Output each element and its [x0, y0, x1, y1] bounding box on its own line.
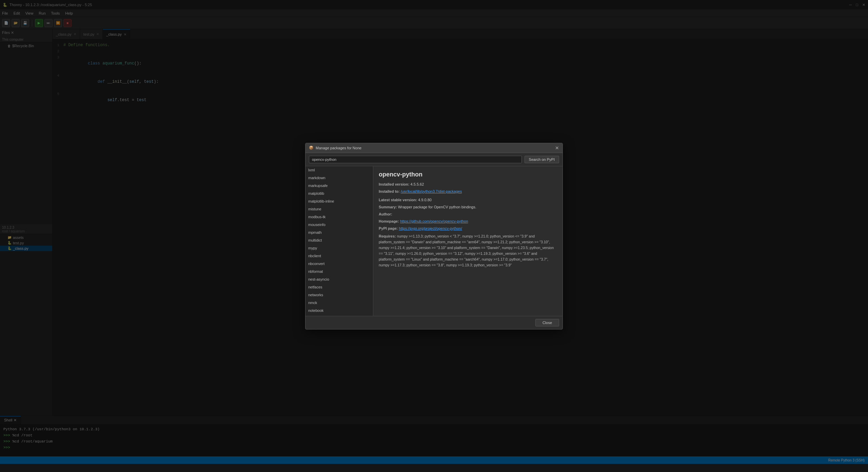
dialog-title-bar: 📦 Manage packages for None ✕	[305, 143, 563, 153]
pkg-matplotlib[interactable]: matplotlib	[305, 190, 373, 197]
dialog-search-row: Search on PyPI	[305, 153, 563, 166]
homepage-label: Homepage:	[379, 219, 400, 223]
modal-overlay: 📦 Manage packages for None ✕ Search on P…	[0, 0, 868, 472]
pypi-label: PyPI page:	[379, 226, 399, 230]
package-search-input[interactable]	[309, 156, 522, 163]
pkg-multidict[interactable]: multidict	[305, 237, 373, 244]
installed-to-link[interactable]: /usr/local/lib/python3.7/dist-packages	[401, 189, 462, 193]
pypi-row: PyPI page: https://pypi.org/project/open…	[379, 226, 557, 231]
package-detail: opencv-python Installed version: 4.5.5.6…	[373, 166, 563, 316]
search-pypi-button[interactable]: Search on PyPI	[525, 156, 559, 163]
requires-value: numpy >=1.13.3; python_version < "3.7", …	[379, 234, 554, 267]
requires-label: Requires:	[379, 234, 397, 238]
pkg-matplotlib-inline[interactable]: matplotlib-inline	[305, 197, 373, 205]
dialog-close-button[interactable]: Close	[535, 319, 559, 326]
latest-stable-value: 4.9.0.80	[418, 198, 432, 202]
latest-stable-row: Latest stable version: 4.9.0.80	[379, 197, 557, 203]
dialog-close-icon[interactable]: ✕	[555, 145, 559, 151]
dialog-icon: 📦	[309, 146, 314, 150]
homepage-row: Homepage: https://github.com/opencv/open…	[379, 219, 557, 224]
pkg-nbclient[interactable]: nbclient	[305, 252, 373, 260]
pypi-link[interactable]: https://pypi.org/project/opencv-python/	[399, 226, 462, 230]
summary-value: Wrapper package for OpenCV python bindin…	[398, 205, 476, 209]
pkg-netfaces[interactable]: netfaces	[305, 283, 373, 291]
installed-version-row: Installed version: 4.5.5.62	[379, 182, 557, 187]
pkg-nmck[interactable]: nmck	[305, 299, 373, 307]
package-manager-dialog: 📦 Manage packages for None ✕ Search on P…	[305, 143, 563, 329]
dialog-title: Manage packages for None	[316, 146, 361, 150]
installed-version-value: 4.5.5.62	[411, 182, 424, 186]
pkg-networks[interactable]: networks	[305, 291, 373, 299]
author-label: Author:	[379, 212, 392, 216]
pkg-nbformat[interactable]: nbformat	[305, 268, 373, 276]
pkg-notebook[interactable]: notebook	[305, 307, 373, 315]
author-row: Author:	[379, 211, 557, 217]
pkg-mouseinfo[interactable]: mouseinfo	[305, 221, 373, 229]
summary-row: Summary: Wrapper package for OpenCV pyth…	[379, 204, 557, 210]
installed-to-label: Installed to:	[379, 189, 401, 193]
summary-label: Summary:	[379, 205, 398, 209]
installed-version-label: Installed version:	[379, 182, 411, 186]
pkg-mypy[interactable]: mypy	[305, 244, 373, 252]
pkg-lxml[interactable]: lxml	[305, 166, 373, 174]
dialog-body: lxml markdown markupsafe matplotlib matp…	[305, 166, 563, 316]
pkg-nest-asyncio[interactable]: nest-asyncio	[305, 276, 373, 283]
latest-stable-label: Latest stable version:	[379, 198, 418, 202]
pkg-mpmath[interactable]: mpmath	[305, 229, 373, 237]
installed-to-row: Installed to: /usr/local/lib/python3.7/d…	[379, 189, 557, 194]
pkg-mistune[interactable]: mistune	[305, 205, 373, 213]
package-name-heading: opencv-python	[379, 171, 557, 178]
pkg-markupsafe[interactable]: markupsafe	[305, 182, 373, 190]
pkg-nbconvert[interactable]: nbconvert	[305, 260, 373, 268]
pkg-modbus-tk[interactable]: modbus-tk	[305, 213, 373, 221]
requires-row: Requires: numpy >=1.13.3; python_version…	[379, 233, 557, 268]
dialog-title-left: 📦 Manage packages for None	[309, 146, 361, 150]
dialog-footer: Close	[305, 316, 563, 329]
homepage-link[interactable]: https://github.com/opencv/opencv-python	[400, 219, 468, 223]
pkg-markdown[interactable]: markdown	[305, 174, 373, 182]
package-list[interactable]: lxml markdown markupsafe matplotlib matp…	[305, 166, 373, 316]
